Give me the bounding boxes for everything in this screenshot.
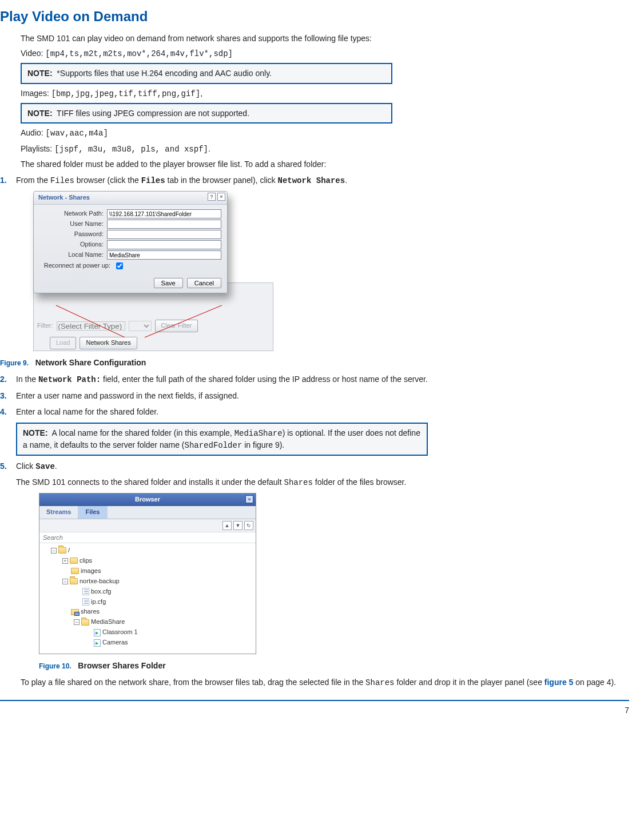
video-label: Video: [21,49,45,58]
tree-boxcfg[interactable]: box.cfg [43,587,252,597]
user-name-input[interactable] [107,220,221,229]
t: folder and drop it in the player panel (… [395,678,544,687]
figure-title: Network Share Configuration [35,358,146,367]
t: To play a file shared on the network sha… [21,678,365,687]
step-number: 1. [0,174,7,186]
dialog-titlebar: Network - Shares ? × [34,192,227,205]
t: in figure 9). [242,440,284,449]
browser-title: Browser [135,496,160,503]
t: on page 4). [573,678,616,687]
local-name-input[interactable] [107,250,221,260]
tree-mediashare[interactable]: −MediaShare [43,617,252,627]
tree-cameras[interactable]: Cameras [43,638,252,648]
step5-para: The SMD 101 connects to the shared folde… [16,476,630,488]
tree-nortxe[interactable]: −nortxe-backup [43,576,252,587]
play-file-icon [94,639,101,647]
folder-icon [70,558,78,564]
toggle-icon[interactable]: − [74,619,79,625]
save-button[interactable]: Save [154,278,183,288]
folder-icon [71,568,79,574]
spacer [74,599,81,604]
network-shares-button[interactable]: Network Shares [79,337,137,349]
audio-line: Audio: [wav,aac,m4a] [21,127,630,139]
password-label: Password: [39,230,107,239]
network-path-label: Network Path: [39,209,107,218]
filter-input[interactable] [57,321,125,331]
help-icon[interactable]: ? [208,193,216,201]
code: MediaShare [234,429,283,438]
code: Shares [284,478,313,487]
tree-images[interactable]: images [43,566,252,576]
step-number: 4. [0,406,7,417]
spacer [85,640,92,646]
reconnect-checkbox[interactable] [116,262,123,269]
step1-text: From the Files browser (click the Files … [16,176,347,185]
options-input[interactable] [107,240,221,249]
page-footer: 7 [0,700,629,716]
filter-select[interactable] [129,321,152,331]
network-path-input[interactable] [107,209,221,218]
images-label: Images: [21,89,51,98]
close-icon[interactable]: × [217,193,225,201]
file-icon [82,588,89,595]
tree-label: shares [81,607,100,616]
images-trailing: , [200,89,202,98]
shared-intro: The shared folder must be added to the p… [21,158,630,170]
note-box-2: NOTE: TIFF files using JPEG compression … [21,103,392,124]
sort-desc-icon[interactable]: ▼ [233,521,243,530]
collapse-icon[interactable]: » [245,495,253,503]
clear-filter-button[interactable]: Clear Filter [155,320,198,332]
load-button[interactable]: Load [50,337,76,349]
file-icon [82,598,89,606]
figure-9-caption: Figure 9. Network Share Configuration [0,357,630,368]
tree-classroom[interactable]: Classroom 1 [43,627,252,638]
code: SharedFolder [184,441,242,450]
tree-clips[interactable]: +clips [43,556,252,566]
t: field, enter the full path of the shared… [101,375,428,384]
reconnect-label: Reconnect at power up: [39,261,114,270]
toggle-icon[interactable]: − [62,579,68,584]
figure-5-link[interactable]: figure 5 [544,678,574,687]
note-box-1: NOTE: *Supports files that use H.264 enc… [21,63,392,83]
t: The SMD 101 connects to the shared folde… [16,477,284,487]
toggle-icon[interactable]: + [62,558,68,564]
t: From the [16,176,50,185]
tree-shares[interactable]: shares [43,607,252,617]
page-title: Play Video on Demand [0,7,630,27]
code-bold: Files [141,176,165,185]
tree-root[interactable]: −/ [43,546,252,556]
intro-text: The SMD 101 can play video on demand fro… [21,33,630,44]
tree-ipcfg[interactable]: ip.cfg [43,597,252,607]
password-input[interactable] [107,230,221,239]
t: Enter a user name and password in the ne… [16,391,239,400]
refresh-icon[interactable]: ↻ [244,521,253,530]
tab-streams[interactable]: Streams [39,506,78,519]
dialog-buttons: Save Cancel [34,274,227,293]
step-4: 4.Enter a local name for the shared fold… [0,406,630,456]
t: A local name for the shared folder (in t… [52,428,234,437]
sort-asc-icon[interactable]: ▲ [222,521,232,530]
step-number: 3. [0,390,7,401]
note-2-text: TIFF files using JPEG compression are no… [57,109,249,118]
step-1: 1. From the Files browser (click the Fil… [0,174,630,351]
figure-10-browser: Browser » Streams Files ▲ ▼ ↻ −/ +clips … [39,493,256,654]
t: Enter a local name for the shared folder… [16,407,158,416]
search-input[interactable] [39,532,256,543]
playlists-trailing: . [208,144,210,153]
t: folder of the files browser. [313,477,406,487]
cancel-button[interactable]: Cancel [187,278,221,288]
t: In the [16,375,38,384]
tab-files[interactable]: Files [78,506,107,519]
folder-open-icon [70,578,78,584]
tree-label: MediaShare [91,618,125,627]
tree-label: Cameras [102,638,128,647]
t: browser (click the [74,176,141,185]
step-number: 2. [0,373,7,385]
playlists-label: Playlists: [21,144,54,153]
toggle-icon[interactable]: − [51,548,57,554]
tree-label: clips [79,556,92,566]
code: Shares [365,678,394,687]
t: . [55,461,57,471]
figure-number: Figure 10. [39,662,71,670]
spacer [85,630,92,635]
